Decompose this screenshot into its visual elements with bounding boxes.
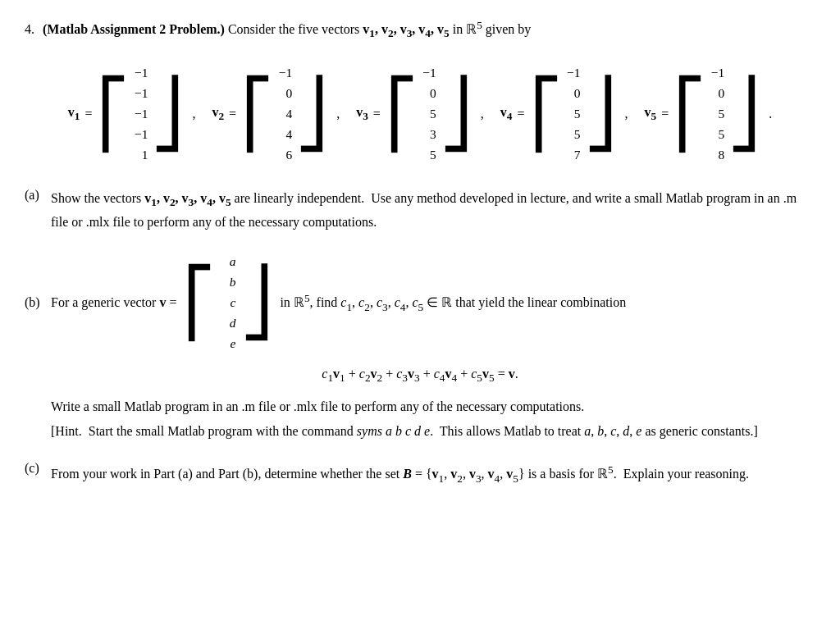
bracket-right-5: ⎦ (728, 81, 760, 147)
v3-matrix: ⎡ −1 0 5 3 5 ⎦ (386, 63, 472, 165)
bracket-right-1: ⎦ (151, 81, 184, 147)
bracket-right-4: ⎦ (584, 81, 617, 147)
v1-values: −1 −1 −1 −1 1 (131, 63, 149, 165)
equals-2: = (229, 107, 236, 121)
problem-intro: Consider the five vectors v1, v2, v3, v4… (228, 22, 531, 36)
part-c-label: (c) (25, 461, 51, 476)
v2-label: v2 (212, 105, 224, 123)
period-end: . (769, 107, 772, 121)
bracket-left-1: ⎡ (97, 81, 130, 147)
bracket-right-3: ⎦ (440, 81, 472, 147)
equals-5: = (661, 107, 669, 121)
vectors-row: v1 = ⎡ −1 −1 −1 −1 1 ⎦ , v2 = ⎡ (25, 63, 815, 165)
part-b-header: (b) For a generic vector v = ⎡ a b c d e (25, 252, 815, 353)
v5-eq: v5 = ⎡ −1 0 5 5 8 ⎦ . (645, 63, 773, 165)
comma-3: , (481, 107, 484, 121)
equals-4: = (518, 107, 525, 121)
part-b-write-text: Write a small Matlab program in an .m fi… (51, 396, 815, 417)
part-b-label: (b) (25, 295, 51, 310)
v4-eq: v4 = ⎡ −1 0 5 5 7 ⎦ , (500, 63, 628, 165)
v4-label: v4 (500, 105, 513, 123)
part-a-label: (a) (25, 188, 51, 203)
part-a: (a) Show the vectors v1, v2, v3, v4, v5 … (25, 188, 815, 234)
v5-matrix: ⎡ −1 0 5 5 8 ⎦ (673, 63, 760, 165)
v3-eq: v3 = ⎡ −1 0 5 3 5 ⎦ , (356, 63, 484, 165)
bracket-left-4: ⎡ (530, 81, 563, 147)
bracket-left-2: ⎡ (241, 81, 274, 147)
part-b-write-line: Write a small Matlab program in an .m fi… (51, 396, 815, 443)
part-b: (b) For a generic vector v = ⎡ a b c d e (25, 252, 815, 443)
bracket-right-2: ⎦ (295, 81, 328, 147)
problem-header: 4. (Matlab Assignment 2 Problem.) Consid… (25, 16, 815, 43)
part-b-body: For a generic vector v = ⎡ a b c d e ⎦ (51, 252, 815, 353)
generic-vector: ⎡ a b c d e ⎦ (183, 252, 273, 353)
v1-eq: v1 = ⎡ −1 −1 −1 −1 1 ⎦ , (68, 63, 196, 165)
equals-1: = (84, 107, 92, 121)
v1-matrix: ⎡ −1 −1 −1 −1 1 ⎦ (97, 63, 184, 165)
v4-values: −1 0 5 5 7 (564, 63, 582, 165)
v4-matrix: ⎡ −1 0 5 5 7 ⎦ (530, 63, 617, 165)
combination-equation: c1v1 + c2v2 + c3v3 + c4v4 + c5v5 = v. (25, 367, 815, 385)
bracket-left-5: ⎡ (673, 81, 706, 147)
comma-4: , (625, 107, 628, 121)
v1-label: v1 (68, 105, 80, 123)
hint-text: [Hint. Start the small Matlab program wi… (51, 421, 815, 442)
v5-label: v5 (645, 105, 657, 123)
equals-3: = (373, 107, 381, 121)
comma-1: , (192, 107, 195, 121)
v2-matrix: ⎡ −1 0 4 4 6 ⎦ (241, 63, 328, 165)
generic-vector-values: a b c d e (217, 252, 239, 353)
part-b-first-line: For a generic vector v = ⎡ a b c d e ⎦ (51, 252, 815, 353)
part-c: (c) From your work in Part (a) and Part … (25, 461, 815, 488)
bracket-left-3: ⎡ (386, 81, 418, 147)
bracket-right-g: ⎦ (240, 270, 273, 335)
problem-number: 4. (25, 22, 34, 36)
bracket-left-g: ⎡ (183, 270, 216, 335)
v2-eq: v2 = ⎡ −1 0 4 4 6 ⎦ , (212, 63, 340, 165)
part-c-header: (c) From your work in Part (a) and Part … (25, 461, 815, 488)
part-a-header: (a) Show the vectors v1, v2, v3, v4, v5 … (25, 188, 815, 234)
v3-label: v3 (356, 105, 368, 123)
v2-values: −1 0 4 4 6 (276, 63, 294, 165)
part-c-text: From your work in Part (a) and Part (b),… (51, 461, 749, 488)
v3-values: −1 0 5 3 5 (420, 63, 438, 165)
v5-values: −1 0 5 5 8 (708, 63, 726, 165)
part-a-text: Show the vectors v1, v2, v3, v4, v5 are … (51, 188, 815, 234)
problem-container: 4. (Matlab Assignment 2 Problem.) Consid… (25, 16, 815, 487)
part-b-intro-text: For a generic vector v = (51, 295, 176, 310)
comma-2: , (336, 107, 340, 121)
part-b-middle-text: in ℝ5, find c1, c2, c3, c4, c5 ∈ ℝ that … (280, 292, 626, 314)
problem-title: (Matlab Assignment 2 Problem.) (43, 22, 225, 36)
